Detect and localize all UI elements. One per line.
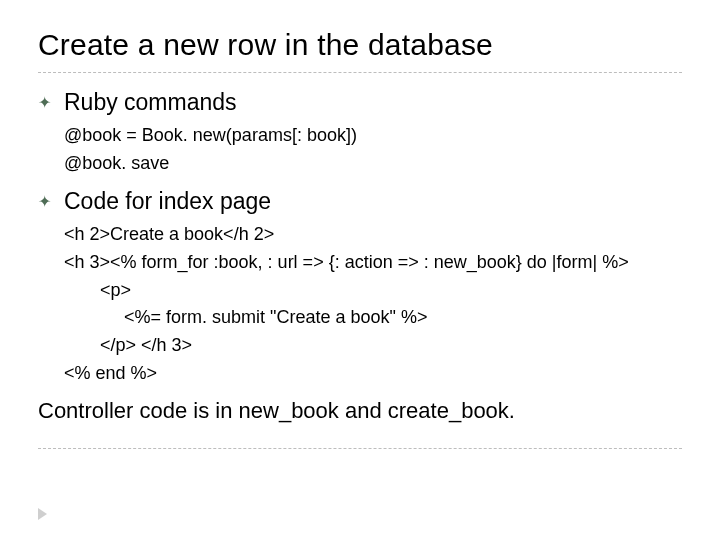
- code-line: @book. save: [64, 150, 682, 178]
- slide-title: Create a new row in the database: [38, 28, 682, 73]
- corner-arrow-icon: [38, 508, 47, 520]
- divider: [38, 448, 682, 449]
- bullet-icon: ✦: [38, 194, 51, 210]
- code-line: @book = Book. new(params[: book]): [64, 122, 682, 150]
- code-line: </p> </h 3>: [64, 332, 682, 360]
- bullet-icon: ✦: [38, 95, 51, 111]
- item-body-ruby: @book = Book. new(params[: book]) @book.…: [38, 122, 682, 178]
- bullet-item-index: ✦ Code for index page: [38, 188, 682, 215]
- code-line: <h 3><% form_for :book, : url => {: acti…: [64, 249, 682, 277]
- item-heading: Ruby commands: [64, 89, 682, 116]
- code-line: <h 2>Create a book</h 2>: [64, 221, 682, 249]
- footer-text: Controller code is in new_book and creat…: [38, 398, 682, 424]
- item-body-index: <h 2>Create a book</h 2> <h 3><% form_fo…: [38, 221, 682, 388]
- code-line: <%= form. submit "Create a book" %>: [64, 304, 682, 332]
- item-heading: Code for index page: [64, 188, 682, 215]
- code-line: <% end %>: [64, 360, 682, 388]
- code-line: <p>: [64, 277, 682, 305]
- bullet-item-ruby: ✦ Ruby commands: [38, 89, 682, 116]
